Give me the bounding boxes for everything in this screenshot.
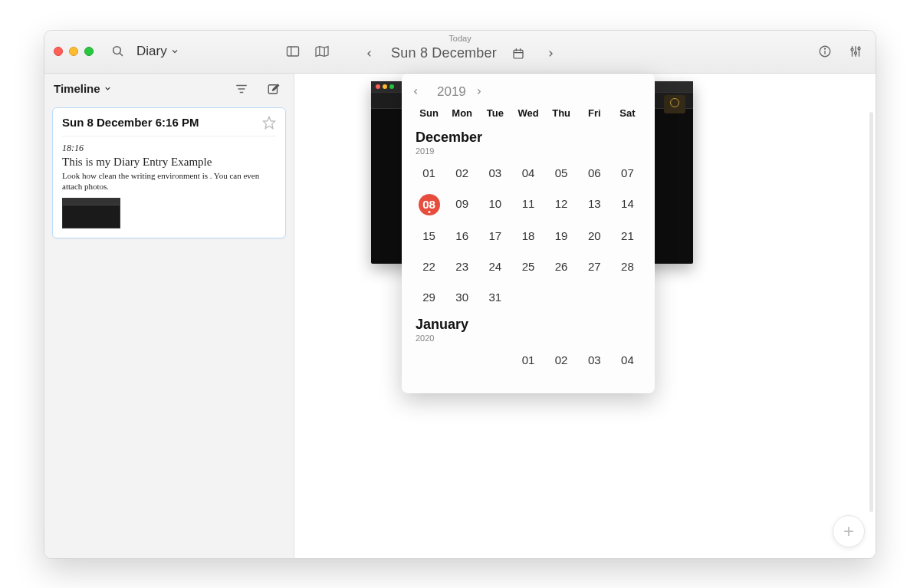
calendar-day[interactable]: 17 (478, 226, 511, 246)
calendar-day[interactable]: 26 (545, 257, 578, 277)
app-window: Diary Today Sun 8 December (44, 30, 876, 559)
today-label: Today (449, 34, 471, 43)
calendar-day[interactable]: 06 (578, 163, 611, 183)
calendar-month-block: January202001020304 (412, 317, 644, 370)
title-bar: Diary Today Sun 8 December (44, 31, 876, 74)
sidebar-header: Timeline (44, 74, 294, 104)
calendar-day[interactable]: 11 (511, 194, 544, 214)
calendar-day[interactable]: 30 (445, 287, 478, 307)
window-controls (54, 47, 94, 56)
calendar-day[interactable]: 31 (478, 287, 511, 307)
calendar-day[interactable]: 23 (445, 257, 478, 277)
month-year: 2019 (412, 146, 644, 156)
weekday-label: Mon (445, 107, 478, 119)
timeline-label: Timeline (54, 82, 100, 95)
calendar-day[interactable]: 16 (445, 226, 478, 246)
svg-point-17 (855, 52, 857, 54)
calendar-day[interactable]: 04 (511, 163, 544, 183)
calendar-day[interactable]: 07 (611, 163, 644, 183)
weekday-label: Thu (545, 107, 578, 119)
calendar-day[interactable]: 01 (412, 163, 445, 183)
calendar-day[interactable]: 19 (545, 226, 578, 246)
weekday-label: Wed (511, 107, 544, 119)
weekday-label: Sat (611, 107, 644, 119)
sliders-icon[interactable] (845, 41, 866, 62)
content-area: 2019 SunMonTueWedThuFriSat December20190… (294, 74, 876, 558)
month-name: December (412, 130, 644, 146)
diary-label: Diary (136, 44, 167, 59)
info-icon[interactable] (814, 41, 836, 62)
diary-dropdown[interactable]: Diary (136, 44, 179, 59)
month-name: January (412, 317, 644, 333)
main-split: Timeline Sun 8 December 6:16 PM (44, 74, 876, 558)
next-day-button[interactable] (540, 43, 561, 64)
calendar-day[interactable]: 22 (412, 257, 445, 277)
entry-time: 18:16 (62, 143, 276, 154)
calendar-days-grid: 01020304 (412, 350, 644, 370)
feedback-badge (664, 95, 685, 113)
calendar-day[interactable]: 09 (445, 194, 478, 214)
svg-rect-2 (288, 47, 299, 56)
calendar-day[interactable]: 27 (578, 257, 611, 277)
calendar-day[interactable]: 24 (478, 257, 511, 277)
calendar-weekday-row: SunMonTueWedThuFriSat (412, 107, 644, 119)
prev-year-button[interactable] (412, 87, 428, 97)
calendar-day[interactable]: 14 (611, 194, 644, 214)
calendar-day[interactable]: 15 (412, 226, 445, 246)
calendar-day[interactable]: 25 (511, 257, 544, 277)
calendar-day[interactable]: 12 (545, 194, 578, 214)
calendar-day[interactable]: 08 (419, 194, 440, 215)
minimize-button[interactable] (69, 47, 78, 56)
sidebar-toggle-icon[interactable] (282, 41, 304, 62)
scrollbar[interactable] (869, 112, 873, 512)
entry-card[interactable]: Sun 8 December 6:16 PM 18:16 This is my … (52, 107, 286, 239)
svg-rect-6 (514, 50, 523, 58)
calendar-day-empty (445, 350, 478, 370)
current-date-text: Sun 8 December (391, 45, 497, 61)
calendar-icon[interactable] (508, 43, 529, 64)
entry-date-header: Sun 8 December 6:16 PM (62, 116, 199, 129)
next-year-button[interactable] (475, 87, 491, 97)
month-year: 2020 (412, 333, 644, 343)
filter-icon[interactable] (231, 78, 252, 100)
calendar-day[interactable]: 18 (511, 226, 544, 246)
close-button[interactable] (54, 47, 63, 56)
svg-point-0 (113, 47, 121, 54)
calendar-year[interactable]: 2019 (437, 84, 466, 100)
calendar-day-empty (412, 350, 445, 370)
entry-body: 18:16 This is my Diary Entry Example Loo… (62, 136, 276, 229)
compose-icon[interactable] (263, 78, 284, 100)
calendar-month-block: December20190102030405060708091011121314… (412, 130, 644, 307)
map-icon[interactable] (311, 41, 333, 62)
weekday-label: Sun (412, 107, 445, 119)
date-nav: Today Sun 8 December (337, 34, 583, 64)
calendar-day[interactable]: 04 (611, 350, 644, 370)
star-icon[interactable] (262, 116, 276, 130)
chevron-down-icon (104, 84, 112, 93)
calendar-day[interactable]: 03 (478, 163, 511, 183)
chevron-down-icon (170, 47, 179, 56)
calendar-day[interactable]: 01 (511, 350, 544, 370)
prev-day-button[interactable] (359, 43, 380, 64)
entry-thumbnail (62, 198, 120, 228)
maximize-button[interactable] (84, 47, 94, 56)
add-entry-button[interactable]: + (833, 515, 865, 547)
calendar-day[interactable]: 10 (478, 194, 511, 214)
weekday-label: Tue (478, 107, 511, 119)
calendar-day[interactable]: 28 (611, 257, 644, 277)
entry-excerpt: Look how clean the writing environment i… (62, 170, 276, 192)
calendar-day[interactable]: 21 (611, 226, 644, 246)
weekday-label: Fri (578, 107, 611, 119)
calendar-day[interactable]: 20 (578, 226, 611, 246)
calendar-day[interactable]: 05 (545, 163, 578, 183)
calendar-day[interactable]: 29 (412, 287, 445, 307)
calendar-day[interactable]: 02 (445, 163, 478, 183)
calendar-day[interactable]: 13 (578, 194, 611, 214)
search-icon[interactable] (107, 41, 129, 62)
right-toolbar-group (814, 41, 866, 62)
calendar-day[interactable]: 03 (578, 350, 611, 370)
calendar-day[interactable]: 02 (545, 350, 578, 370)
timeline-dropdown[interactable]: Timeline (54, 82, 112, 95)
svg-point-16 (851, 48, 853, 51)
calendar-day-empty (478, 350, 511, 370)
